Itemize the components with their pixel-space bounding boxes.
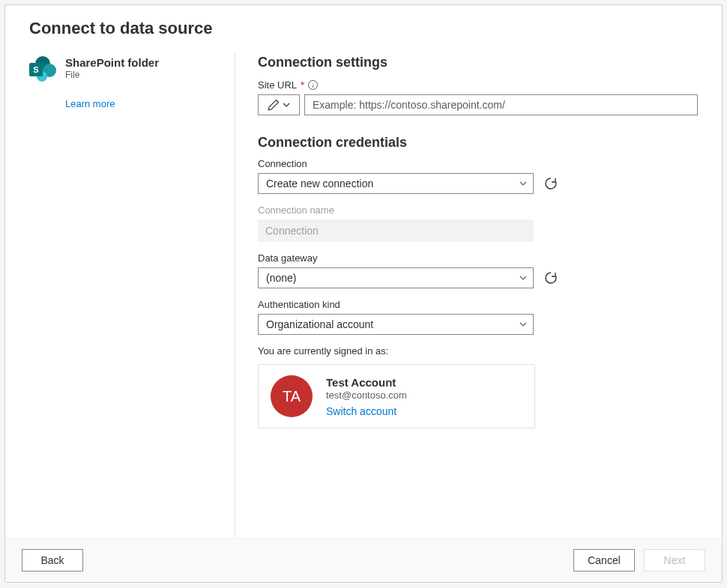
connect-data-source-dialog: Connect to data source S SharePoint fold…	[4, 4, 723, 583]
learn-more-link[interactable]: Learn more	[65, 98, 220, 109]
current-account-card: TA Test Account test@contoso.com Switch …	[258, 364, 535, 428]
pencil-icon	[268, 99, 280, 111]
next-button: Next	[644, 549, 705, 572]
signed-in-label: You are currently signed in as:	[258, 345, 698, 357]
chevron-down-icon	[283, 101, 290, 109]
connection-credentials-heading: Connection credentials	[258, 135, 698, 151]
chevron-down-icon	[519, 180, 527, 187]
dialog-title: Connect to data source	[5, 5, 722, 53]
connection-name-input	[258, 219, 534, 242]
auth-kind-field: Authentication kind Organizational accou…	[258, 299, 698, 335]
auth-kind-label: Authentication kind	[258, 299, 698, 310]
data-gateway-label: Data gateway	[258, 252, 698, 264]
connection-settings-heading: Connection settings	[258, 55, 698, 70]
required-mark: *	[301, 79, 304, 91]
switch-account-link[interactable]: Switch account	[326, 405, 407, 417]
connection-name-label: Connection name	[258, 204, 698, 216]
site-url-label: Site URL * i	[258, 79, 698, 91]
dialog-footer: Back Cancel Next	[5, 538, 722, 582]
site-url-field: Site URL * i	[258, 79, 698, 115]
edit-url-mode-button[interactable]	[258, 94, 300, 115]
connection-label: Connection	[258, 158, 698, 169]
auth-kind-dropdown[interactable]: Organizational account	[258, 314, 534, 335]
data-gateway-field: Data gateway (none)	[258, 252, 698, 288]
cancel-button[interactable]: Cancel	[573, 549, 635, 572]
account-email: test@contoso.com	[326, 390, 407, 401]
connection-field: Connection Create new connection	[258, 158, 698, 194]
info-icon[interactable]: i	[308, 80, 318, 90]
avatar: TA	[271, 375, 313, 417]
connector-name: SharePoint folder	[65, 56, 159, 69]
back-button[interactable]: Back	[22, 549, 83, 572]
connector-sidebar: S SharePoint folder File Learn more	[29, 53, 235, 538]
refresh-icon[interactable]	[544, 271, 558, 285]
account-name: Test Account	[326, 376, 407, 389]
connection-name-field: Connection name	[258, 204, 698, 242]
connector-summary: S SharePoint folder File	[29, 56, 220, 83]
data-gateway-dropdown[interactable]: (none)	[258, 267, 534, 288]
chevron-down-icon	[519, 321, 527, 328]
connection-dropdown[interactable]: Create new connection	[258, 173, 534, 194]
site-url-input[interactable]	[304, 94, 698, 115]
settings-panel: Connection settings Site URL * i Connect…	[235, 53, 698, 538]
connector-subtype: File	[65, 70, 159, 80]
sharepoint-icon: S	[29, 56, 56, 83]
dialog-body: S SharePoint folder File Learn more Conn…	[5, 53, 722, 538]
chevron-down-icon	[519, 274, 527, 282]
refresh-icon[interactable]	[544, 177, 558, 190]
